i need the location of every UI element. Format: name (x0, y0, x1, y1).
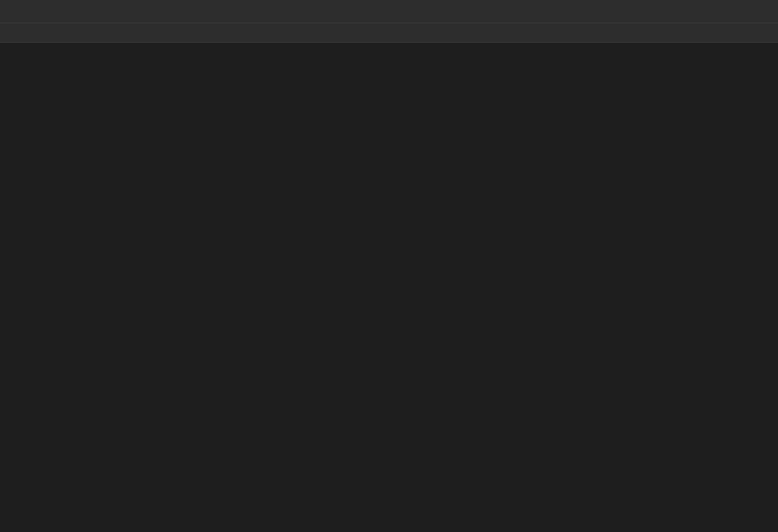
code-area[interactable] (58, 43, 769, 532)
line-numbers (0, 43, 39, 532)
right-scrollbar[interactable] (769, 43, 778, 532)
tab-bar (0, 0, 778, 23)
gutter (39, 43, 54, 532)
editor (0, 43, 778, 532)
toolbar (0, 23, 778, 43)
